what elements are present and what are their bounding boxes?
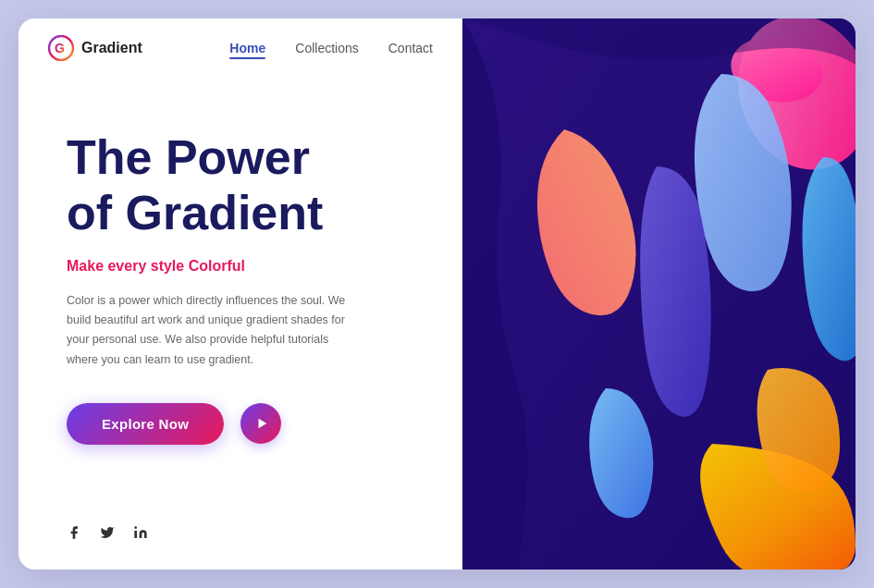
explore-button[interactable]: Explore Now [67, 403, 224, 445]
nav-link-home[interactable]: Home [229, 41, 265, 55]
facebook-icon[interactable] [67, 525, 81, 544]
play-button[interactable] [240, 403, 281, 444]
nav-link-collections[interactable]: Collections [295, 41, 358, 55]
play-icon [255, 417, 268, 430]
logo-area: G Gradient [48, 35, 142, 61]
hero-title: The Power of Gradient [67, 130, 425, 241]
logo-text: Gradient [81, 40, 142, 56]
hero-description: Color is a power which directly influenc… [67, 291, 363, 370]
svg-marker-2 [259, 419, 267, 429]
browser-window: G Gradient Home Collections Contact The … [18, 18, 856, 570]
logo-icon: G [48, 35, 74, 61]
hero-actions: Explore Now [67, 403, 425, 445]
page-layout: G Gradient Home Collections Contact The … [18, 18, 856, 570]
gradient-artwork [462, 18, 856, 570]
svg-point-4 [134, 526, 137, 529]
left-panel: G Gradient Home Collections Contact The … [18, 18, 462, 570]
social-links [18, 525, 462, 570]
hero-subtitle: Make every style Colorful [67, 258, 425, 275]
right-panel [462, 18, 856, 570]
nav-links: Home Collections Contact [229, 41, 433, 55]
nav-link-contact[interactable]: Contact [388, 41, 433, 55]
twitter-icon[interactable] [100, 525, 115, 544]
svg-text:G: G [55, 41, 65, 55]
navbar: G Gradient Home Collections Contact [18, 18, 462, 78]
hero-content: The Power of Gradient Make every style C… [18, 78, 462, 525]
svg-rect-3 [134, 531, 137, 538]
linkedin-icon[interactable] [133, 525, 148, 544]
